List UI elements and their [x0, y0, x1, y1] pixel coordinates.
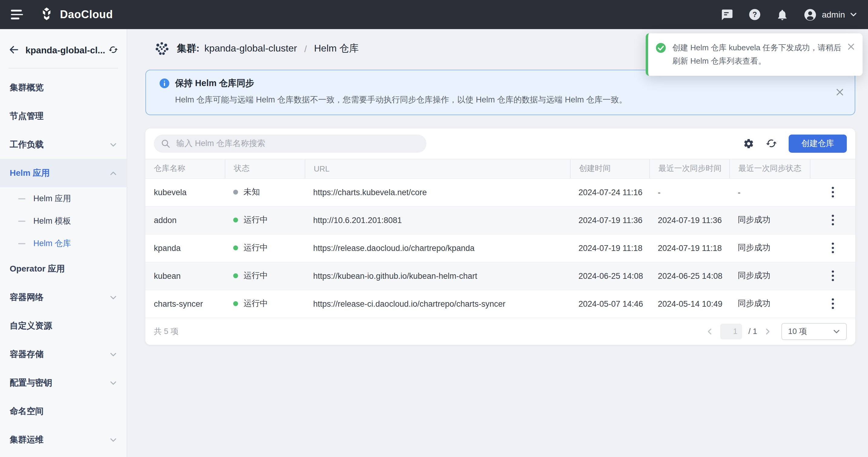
- app: DaoCloud ?: [0, 0, 868, 457]
- notifications-bell-icon[interactable]: [776, 8, 789, 21]
- banner-close-icon[interactable]: [835, 87, 845, 97]
- sidebar-item[interactable]: 节点管理: [0, 102, 127, 130]
- row-actions-kebab-icon[interactable]: [827, 240, 839, 256]
- column-header-actions: [810, 159, 855, 178]
- table-row: charts-syncer 运行中 https://release-ci.dao…: [145, 290, 855, 318]
- helm-repo-card: 创建仓库 仓库名称状态URL创建时间最近一次同步时间最近一次同步状态 kubev…: [145, 128, 855, 345]
- cell-status: 未知: [225, 187, 305, 198]
- sidebar-subitem[interactable]: Helm 应用: [0, 187, 127, 210]
- sidebar-item-label: 命名空间: [10, 406, 117, 417]
- info-icon: [159, 78, 169, 88]
- column-header: 最近一次同步状态: [729, 159, 810, 178]
- page-size-select[interactable]: 10 项: [781, 323, 847, 340]
- banner-description: Helm 仓库可能与远端 Helm 仓库数据不一致，您需要手动执行同步仓库操作，…: [175, 94, 828, 106]
- chevron-down-icon: [850, 11, 857, 18]
- sidebar-item[interactable]: 容器网络: [0, 283, 127, 312]
- breadcrumb-cluster-name[interactable]: kpanda-global-cluster: [205, 43, 297, 54]
- toast-close-icon[interactable]: [846, 42, 856, 52]
- row-actions-kebab-icon[interactable]: [827, 296, 839, 312]
- avatar-icon: [803, 7, 817, 22]
- column-header: 最近一次同步时间: [649, 159, 729, 178]
- sidebar-cluster-name: kpanda-global-cl...: [26, 45, 108, 55]
- table-row: addon 运行中 http://10.6.201.201:8081 2024-…: [145, 206, 855, 234]
- cell-created-time: 2024-07-19 11:18: [570, 244, 649, 252]
- table-body: kubevela 未知 https://charts.kubevela.net/…: [145, 178, 855, 318]
- dash-icon: [18, 220, 26, 222]
- page-number-input[interactable]: 1: [720, 323, 742, 339]
- sync-info-banner: 保持 Helm 仓库同步 Helm 仓库可能与远端 Helm 仓库数据不一致，您…: [145, 70, 855, 115]
- menu-hamburger-icon[interactable]: [11, 10, 23, 19]
- cell-repo-name: kubevela: [145, 188, 225, 197]
- row-actions-kebab-icon[interactable]: [827, 268, 839, 284]
- breadcrumb-page: Helm 仓库: [314, 42, 359, 55]
- topbar-actions: ? admin: [721, 7, 857, 22]
- sidebar-item[interactable]: 命名空间: [0, 397, 127, 426]
- cell-last-sync-time: 2024-05-14 10:49: [649, 299, 729, 308]
- cell-url: https://charts.kubevela.net/core: [305, 188, 570, 197]
- prev-page-icon[interactable]: [706, 327, 713, 335]
- cell-last-sync-time: 2024-06-25 14:08: [649, 271, 729, 280]
- row-actions-kebab-icon[interactable]: [827, 212, 839, 228]
- sidebar-item-label: 配置与密钥: [10, 377, 110, 388]
- sidebar-item[interactable]: 集群概览: [0, 73, 127, 102]
- sidebar-item-label: 集群运维: [10, 434, 110, 445]
- status-dot: [233, 190, 238, 195]
- sidebar-item[interactable]: 配置与密钥: [0, 369, 127, 397]
- create-repo-button[interactable]: 创建仓库: [789, 134, 847, 152]
- sidebar-item-label: 容器存储: [10, 349, 110, 360]
- sidebar-nav: 集群概览节点管理工作负载Helm 应用Helm 应用Helm 模板Helm 仓库…: [0, 68, 127, 454]
- cell-repo-name: kpanda: [145, 244, 225, 252]
- cell-last-sync-time: 2024-07-19 11:36: [649, 216, 729, 225]
- cell-repo-name: kubean: [145, 271, 225, 280]
- help-icon[interactable]: ?: [748, 8, 762, 21]
- sidebar-item-label: 容器网络: [10, 292, 110, 303]
- banner-title: 保持 Helm 仓库同步: [175, 78, 254, 89]
- cell-created-time: 2024-07-24 11:16: [570, 188, 649, 197]
- cell-last-sync-time: 2024-07-19 11:18: [649, 244, 729, 252]
- status-dot: [233, 246, 238, 250]
- sidebar-item[interactable]: 容器存储: [0, 340, 127, 369]
- sidebar-item[interactable]: 自定义资源: [0, 312, 127, 340]
- status-label: 运行中: [244, 242, 268, 253]
- daocloud-logo-icon: [39, 7, 55, 22]
- cell-url: http://10.6.201.201:8081: [305, 216, 570, 225]
- user-menu[interactable]: admin: [803, 7, 857, 22]
- brand-logo[interactable]: DaoCloud: [39, 7, 113, 22]
- cluster-switcher: kpanda-global-cl...: [0, 37, 127, 62]
- sidebar-item[interactable]: 工作负载: [0, 130, 127, 159]
- table-footer: 共 5 项 1 / 1 10 项: [145, 318, 855, 345]
- switch-cluster-icon[interactable]: [108, 45, 118, 55]
- success-check-icon: [655, 42, 666, 53]
- status-dot: [233, 273, 238, 278]
- sidebar-item-label: Helm 应用: [10, 168, 110, 178]
- cell-repo-name: addon: [145, 216, 225, 225]
- table-settings-gear-icon[interactable]: [743, 138, 754, 149]
- back-arrow-icon[interactable]: [8, 44, 20, 55]
- row-actions-kebab-icon[interactable]: [827, 184, 839, 200]
- sidebar: kpanda-global-cl... 集群概览节点管理工作负载Helm 应用H…: [0, 29, 127, 457]
- page-total: / 1: [748, 327, 757, 336]
- column-header: 状态: [225, 159, 305, 178]
- sidebar-subitem[interactable]: Helm 仓库: [0, 232, 127, 255]
- sidebar-subitem[interactable]: Helm 模板: [0, 210, 127, 232]
- chevron-down-icon: [110, 141, 117, 148]
- status-label: 运行中: [244, 215, 268, 226]
- chevron-down-icon: [110, 294, 117, 301]
- sidebar-item[interactable]: 集群运维: [0, 426, 127, 454]
- sidebar-item[interactable]: Operator 应用: [0, 255, 127, 283]
- table-row: kpanda 运行中 https://release.daocloud.io/c…: [145, 234, 855, 262]
- sidebar-item-label: 自定义资源: [10, 320, 117, 331]
- sidebar-item-label: 集群概览: [10, 82, 117, 93]
- search-input[interactable]: [175, 138, 419, 148]
- cell-status: 运行中: [225, 270, 305, 281]
- chevron-down-icon: [110, 379, 117, 387]
- next-page-icon[interactable]: [764, 327, 771, 335]
- topbar: DaoCloud ?: [0, 0, 868, 29]
- feedback-chat-icon[interactable]: [721, 8, 734, 21]
- sidebar-item[interactable]: Helm 应用: [0, 159, 127, 187]
- table-row: kubevela 未知 https://charts.kubevela.net/…: [145, 178, 855, 206]
- status-dot: [233, 301, 238, 306]
- success-toast: 创建 Helm 仓库 kubevela 任务下发成功，请稍后刷新 Helm 仓库…: [646, 33, 863, 76]
- table-toolbar: 创建仓库: [145, 128, 855, 159]
- refresh-icon[interactable]: [766, 138, 777, 149]
